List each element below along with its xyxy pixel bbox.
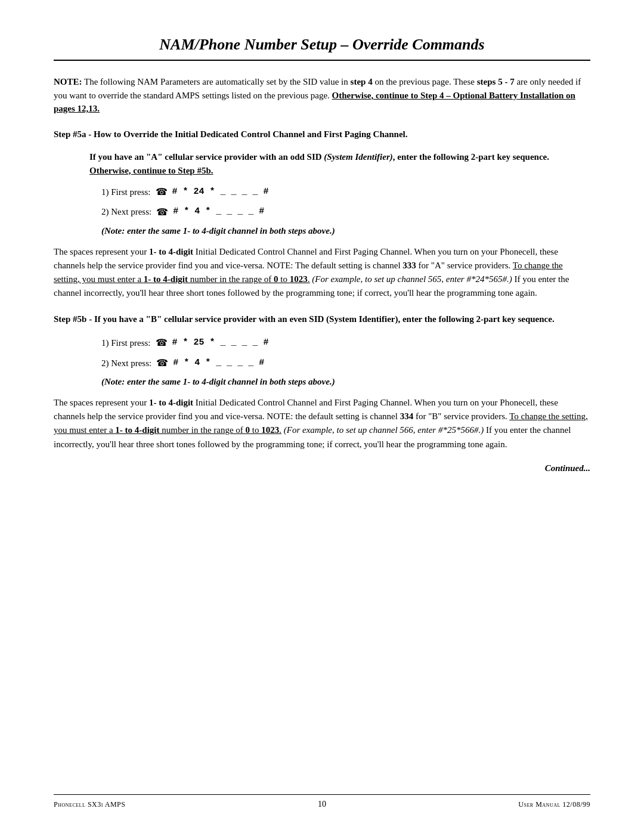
step5a-body-underline2: number in the range of (188, 274, 274, 284)
page: NAM/Phone Number Setup – Override Comman… (0, 0, 644, 833)
step5b-body-underline2: number in the range of (159, 425, 245, 435)
step5b-body-bold-underline2: 0 (246, 425, 250, 435)
step5a-subheading-italic: (System Identifier) (324, 152, 392, 162)
content-main: NAM/Phone Number Setup – Override Comman… (54, 36, 590, 785)
step5a-body-italic1: (For example, to set up channel 565, ent… (312, 274, 512, 284)
step5a-body-underline3: to (278, 274, 290, 284)
step5b-body-bold-underline1: 1- to 4-digit (115, 425, 159, 435)
step5b-press2-label: 2) Next press: (101, 356, 151, 370)
footer: Phonecell SX3i AMPS 10 User Manual 12/08… (54, 794, 590, 809)
step5b-heading: Step #5b - If you have a "B" cellular se… (54, 312, 590, 326)
step5a-body-bold1: 1- to 4-digit (149, 247, 193, 256)
footer-right: User Manual 12/08/99 (518, 800, 590, 809)
note-steps57: steps 5 - 7 (477, 77, 515, 86)
step5a-press2: 2) Next press: ☎ # * 4 * _ _ _ _ # (54, 205, 590, 220)
step5a-press2-label: 2) Next press: (101, 205, 151, 219)
step5a-body: The spaces represent your 1- to 4-digit … (54, 245, 590, 301)
note-label: NOTE: (54, 77, 82, 86)
step5b-body-underline3: to (250, 425, 261, 435)
footer-left: Phonecell SX3i AMPS (54, 800, 125, 809)
step5a-body-bold-underline3: 1023 (290, 274, 308, 284)
step5a-press1: 1) First press: ☎ # * 24 * _ _ _ _ # (54, 184, 590, 200)
step5a-body-text3: for "A" service providers. (416, 261, 513, 270)
note-text1: The following NAM Parameters are automat… (82, 77, 351, 86)
step5b-body-bold-underline3: 1023 (261, 425, 279, 435)
phone-icon-4: ☎ (156, 355, 168, 371)
step5a-body-underline4: . (308, 274, 310, 284)
step5b-note-italic: (Note: enter the same 1- to 4-digit chan… (54, 375, 590, 389)
phone-icon-2: ☎ (156, 205, 168, 220)
note-step4: step 4 (351, 77, 373, 86)
step5a-press2-seq: # * 4 * _ _ _ _ # (173, 205, 264, 219)
step5b-body: The spaces represent your 1- to 4-digit … (54, 396, 590, 451)
step5a-body-bold-underline2: 0 (274, 274, 278, 284)
phone-icon-1: ☎ (156, 184, 168, 200)
step5b-press1-seq: # * 25 * _ _ _ _ # (172, 336, 269, 350)
step5b-press2-seq: # * 4 * _ _ _ _ # (173, 356, 264, 370)
step5a-subheading-text2: , enter the following 2-part key sequenc… (393, 152, 549, 162)
step5a-body-bold2: 333 (402, 261, 416, 270)
step5b-press1-label: 1) First press: (101, 336, 151, 350)
step5a-press1-label: 1) First press: (101, 185, 151, 199)
step5b-body-text3: for "B" service providers. (413, 411, 509, 421)
note-text2: on the previous page. These (373, 77, 477, 86)
step5b-body-text1: The spaces represent your (54, 398, 149, 407)
step5a-body-bold-underline1: 1- to 4-digit (144, 274, 188, 284)
step5b-body-bold1: 1- to 4-digit (149, 398, 193, 407)
step5b-body-bold2: 334 (400, 411, 414, 421)
step5a-note-italic: (Note: enter the same 1- to 4-digit chan… (54, 224, 590, 238)
continued-label: Continued... (54, 463, 590, 473)
step5a-subheading: If you have an "A" cellular service prov… (54, 150, 590, 177)
page-title: NAM/Phone Number Setup – Override Comman… (54, 36, 590, 61)
step5b-body-italic1: (For example, to set up channel 566, ent… (284, 425, 484, 435)
phone-icon-3: ☎ (156, 335, 168, 351)
step5b-press1: 1) First press: ☎ # * 25 * _ _ _ _ # (54, 335, 590, 351)
step5a-subheading-underline: Otherwise, continue to Step #5b. (89, 166, 213, 175)
step5b-press2: 2) Next press: ☎ # * 4 * _ _ _ _ # (54, 355, 590, 371)
step5a-heading: Step #5a - How to Override the Initial D… (54, 128, 590, 141)
footer-page-number: 10 (318, 800, 326, 809)
note-block: NOTE: The following NAM Parameters are a… (54, 75, 590, 116)
step5a-subheading-text1: If you have an "A" cellular service prov… (89, 152, 324, 162)
step5a-body-text1: The spaces represent your (54, 247, 149, 256)
step5a-press1-seq: # * 24 * _ _ _ _ # (172, 185, 269, 199)
